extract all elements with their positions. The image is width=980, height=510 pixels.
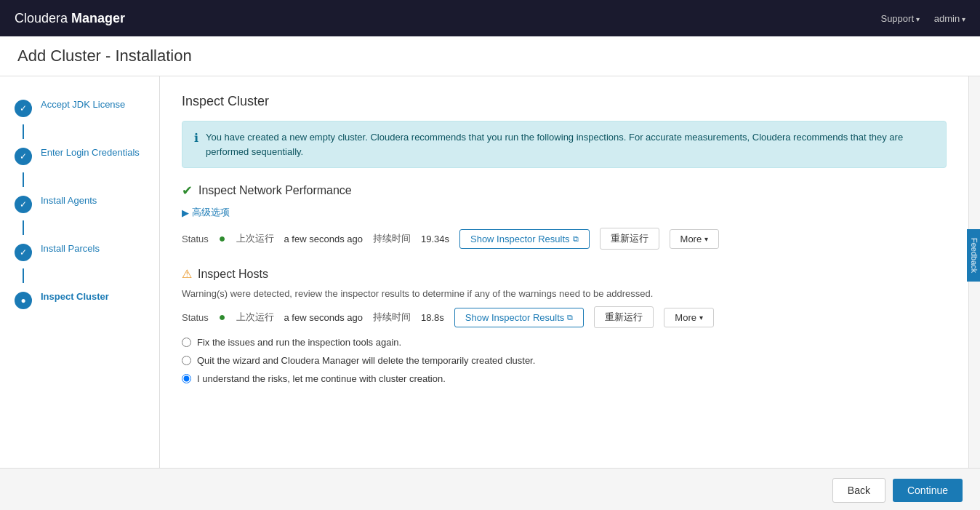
network-last-run-time: a few seconds ago <box>284 234 363 244</box>
sidebar-item-install-agents[interactable]: ✓ Install Agents <box>0 187 159 220</box>
step-circle-install-agents: ✓ <box>15 196 32 213</box>
brand-bold: Manager <box>71 11 125 25</box>
sidebar-item-install-parcels[interactable]: ✓ Install Parcels <box>0 235 159 268</box>
sidebar-item-accept-jdk[interactable]: ✓ Accept JDK License <box>0 91 159 124</box>
sidebar-item-label-enter-login: Enter Login Credentials <box>41 146 140 159</box>
footer: Back Continue <box>0 468 980 510</box>
hosts-warning-text: Warning(s) were detected, review the ins… <box>182 288 947 299</box>
hosts-status-label: Status <box>182 312 209 323</box>
network-duration-label: 持续时间 <box>373 232 411 245</box>
topnav-right: Support admin <box>880 13 965 24</box>
radio-group: Fix the issues and run the inspection to… <box>182 337 947 384</box>
hosts-show-results-label: Show Inspector Results <box>465 312 565 323</box>
hosts-last-run-time: a few seconds ago <box>284 312 363 323</box>
step-circle-install-parcels: ✓ <box>15 244 32 261</box>
network-rerun-label: 重新运行 <box>611 232 648 245</box>
hosts-section-title: Inspect Hosts <box>198 268 268 281</box>
inspect-hosts-section: ⚠ Inspect Hosts Warning(s) were detected… <box>182 267 947 384</box>
sidebar-divider-3 <box>23 220 24 235</box>
step-circle-accept-jdk: ✓ <box>15 100 32 117</box>
hosts-last-run-label: 上次运行 <box>236 311 274 324</box>
feedback-tab[interactable]: Feedback <box>967 228 980 281</box>
hosts-more-label: More <box>675 312 696 323</box>
network-status-icon: ✔ <box>182 183 193 199</box>
fix-issues-text: Fix the issues and run the inspection to… <box>197 337 401 348</box>
sidebar-divider-2 <box>23 172 24 187</box>
radio-fix-issues-input[interactable] <box>182 338 191 347</box>
radio-fix-issues-label: Fix the issues and run the inspection to… <box>197 337 401 348</box>
hosts-rerun-button[interactable]: 重新运行 <box>594 306 654 328</box>
network-more-label: More <box>680 234 702 244</box>
support-menu[interactable]: Support <box>880 13 919 24</box>
network-show-results-label: Show Inspector Results <box>470 234 570 244</box>
hosts-status-row: Status ● 上次运行 a few seconds ago 持续时间 18.… <box>182 306 947 328</box>
sidebar-item-label-inspect-cluster: Inspect Cluster <box>41 290 109 303</box>
hosts-status-icon: ⚠ <box>182 267 192 281</box>
content-area: Inspect Cluster ℹ You have created a new… <box>160 76 968 468</box>
continue-risks-text: I understand the risks, let me continue … <box>197 373 446 384</box>
sidebar-item-label-install-agents: Install Agents <box>41 194 97 207</box>
sidebar: ✓ Accept JDK License ✓ Enter Login Crede… <box>0 76 160 468</box>
radio-continue-risks-label: I understand the risks, let me continue … <box>197 373 446 384</box>
hosts-status-dot: ● <box>219 311 226 324</box>
radio-continue-risks-input[interactable] <box>182 374 191 383</box>
hosts-duration-label: 持续时间 <box>373 311 411 324</box>
continue-button[interactable]: Continue <box>893 479 963 502</box>
hosts-rerun-label: 重新运行 <box>605 311 643 324</box>
external-link-icon: ⧉ <box>573 234 579 244</box>
hosts-show-results-button[interactable]: Show Inspector Results ⧉ <box>454 308 585 327</box>
sidebar-item-inspect-cluster[interactable]: ● Inspect Cluster <box>0 283 159 316</box>
radio-quit-wizard-label: Quit the wizard and Cloudera Manager wil… <box>197 355 535 366</box>
info-text: You have created a new empty cluster. Cl… <box>206 130 934 159</box>
advanced-options-toggle[interactable]: ▶ 高级选项 <box>182 206 947 219</box>
radio-quit-wizard-input[interactable] <box>182 356 191 365</box>
chevron-right-icon: ▶ <box>182 207 189 218</box>
network-status-row: Status ● 上次运行 a few seconds ago 持续时间 19.… <box>182 228 947 250</box>
brand-logo: Cloudera Manager <box>15 11 125 26</box>
step-circle-inspect-cluster: ● <box>15 292 32 309</box>
sidebar-item-label-install-parcels: Install Parcels <box>41 242 100 255</box>
network-status-dot: ● <box>219 232 226 245</box>
network-section-title: Inspect Network Performance <box>198 184 352 197</box>
network-show-results-button[interactable]: Show Inspector Results ⧉ <box>459 229 590 249</box>
radio-quit-wizard: Quit the wizard and Cloudera Manager wil… <box>182 355 947 366</box>
advanced-options-label: 高级选项 <box>192 206 230 219</box>
network-performance-section: ✔ Inspect Network Performance ▶ 高级选项 Sta… <box>182 183 947 250</box>
radio-continue-risks: I understand the risks, let me continue … <box>182 373 947 384</box>
quit-wizard-text: Quit the wizard and Cloudera Manager wil… <box>197 355 535 366</box>
hosts-more-button[interactable]: More <box>664 308 714 327</box>
radio-fix-issues: Fix the issues and run the inspection to… <box>182 337 947 348</box>
external-link-icon-2: ⧉ <box>567 313 573 322</box>
network-section-header: ✔ Inspect Network Performance <box>182 183 947 199</box>
hosts-duration-value: 18.8s <box>421 312 444 323</box>
hosts-section-header: ⚠ Inspect Hosts <box>182 267 947 281</box>
network-last-run-label: 上次运行 <box>236 232 274 245</box>
info-box: ℹ You have created a new empty cluster. … <box>182 121 947 168</box>
sidebar-item-label-accept-jdk: Accept JDK License <box>41 98 125 111</box>
network-more-button[interactable]: More <box>670 229 720 249</box>
sidebar-divider-4 <box>23 268 24 283</box>
brand-plain: Cloudera <box>15 11 71 25</box>
page-title: Add Cluster - Installation <box>0 36 980 76</box>
main-layout: ✓ Accept JDK License ✓ Enter Login Crede… <box>0 76 980 468</box>
inspect-cluster-title: Inspect Cluster <box>182 94 947 109</box>
network-status-label: Status <box>182 234 209 244</box>
back-button[interactable]: Back <box>832 478 885 503</box>
network-duration-value: 19.34s <box>421 234 449 244</box>
sidebar-item-enter-login[interactable]: ✓ Enter Login Credentials <box>0 139 159 172</box>
info-icon: ℹ <box>194 131 198 159</box>
step-circle-enter-login: ✓ <box>15 148 32 165</box>
sidebar-divider-1 <box>23 124 24 139</box>
top-navigation: Cloudera Manager Support admin <box>0 0 980 36</box>
network-rerun-button[interactable]: 重新运行 <box>600 228 659 250</box>
admin-menu[interactable]: admin <box>934 13 965 24</box>
